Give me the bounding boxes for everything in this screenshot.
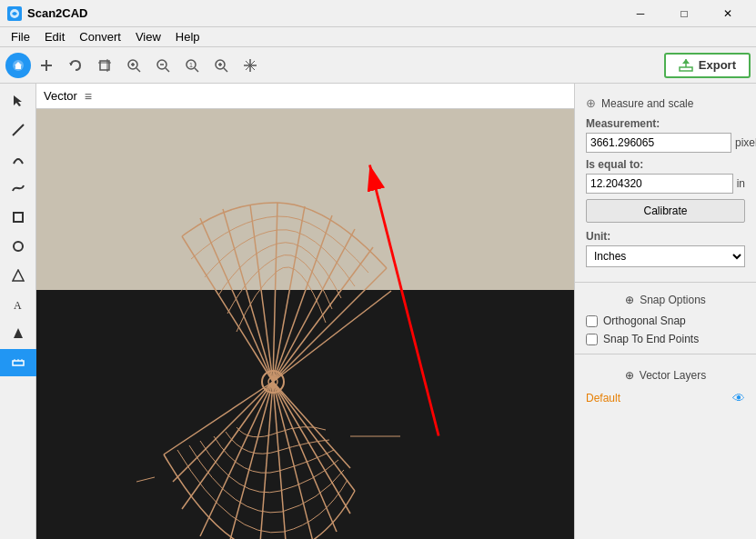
title-bar: Scan2CAD ─ □ ✕ [0,0,756,27]
line-tool[interactable] [5,116,32,144]
crop-button[interactable] [91,52,118,79]
fill-tool[interactable] [5,320,32,347]
menu-edit[interactable]: Edit [37,28,72,45]
spline-tool[interactable] [5,175,32,202]
svg-marker-35 [14,328,23,338]
svg-line-16 [195,68,198,72]
vector-layers-header[interactable]: ⊕ Vector Layers [575,364,756,387]
export-label: Export [699,58,736,72]
close-button[interactable]: ✕ [707,0,749,27]
measurement-unit: pixels [735,136,756,149]
menu-convert[interactable]: Convert [72,28,128,45]
svg-marker-29 [14,95,22,106]
minimize-button[interactable]: ─ [620,0,661,27]
text-tool[interactable]: A [5,291,32,318]
is-equal-input[interactable] [586,174,733,194]
app-icon [7,6,22,21]
snap-options-header[interactable]: ⊕ Snap Options [575,288,756,312]
svg-line-13 [166,68,169,72]
svg-rect-36 [13,361,24,365]
canvas-menu-icon[interactable]: ≡ [85,89,92,104]
zoom-out-button[interactable] [149,52,176,79]
orthogonal-snap-row: Orthogonal Snap [575,312,756,330]
default-row: Default 👁 [575,387,756,409]
snap-to-endpoints-label[interactable]: Snap To End Points [603,333,699,345]
sparkle-button[interactable] [237,52,264,79]
dimension-tool[interactable] [5,262,32,289]
rect-tool[interactable] [5,204,32,231]
unit-label: Unit: [586,230,745,243]
measure-icon: ⊕ [586,96,596,110]
svg-rect-26 [680,67,692,71]
menu-view[interactable]: View [128,28,168,45]
svg-point-32 [14,242,23,251]
eye-icon[interactable]: 👁 [732,391,745,405]
divider-1 [575,282,756,283]
app-title: Scan2CAD [27,6,87,20]
add-button[interactable] [33,52,60,79]
menu-file[interactable]: File [4,28,37,45]
snap-to-endpoints-checkbox[interactable] [586,334,598,345]
measurement-label: Measurement: [586,117,745,130]
zoom-in-button[interactable] [120,52,147,79]
calibrate-button[interactable]: Calibrate [586,199,745,223]
undo-button[interactable] [62,52,89,79]
canvas-area: Vector ≡ [36,84,574,539]
measurement-row: pixels [586,133,745,153]
snap-to-endpoints-row: Snap To End Points [575,330,756,348]
divider-2 [575,354,756,354]
canvas-label: Vector [44,89,77,103]
svg-rect-31 [14,213,23,222]
main-layout: A Vector ≡ [0,84,756,539]
svg-marker-4 [69,63,73,65]
svg-line-9 [136,68,140,72]
svg-text:1: 1 [189,62,193,68]
zoom-fit-button[interactable]: 1 [178,52,206,79]
orthogonal-snap-checkbox[interactable] [586,315,598,327]
measurement-input[interactable] [586,133,731,153]
svg-marker-33 [13,270,24,281]
canvas-toolbar: Vector ≡ [36,84,574,109]
svg-text:A: A [14,299,22,311]
canvas-content[interactable] [36,109,574,539]
snap-options-label: Snap Options [640,294,706,306]
select-tool[interactable] [5,87,32,115]
home-button[interactable] [5,53,31,78]
orthogonal-snap-label[interactable]: Orthogonal Snap [603,314,686,327]
is-equal-unit: in [737,177,745,190]
circle-tool[interactable] [5,233,32,260]
unit-select[interactable]: Inches Centimeters Millimeters Feet Mete… [586,245,745,267]
measure-tool[interactable] [0,349,36,376]
svg-marker-28 [682,59,690,64]
is-equal-row: in [586,174,745,194]
left-toolbar: A [0,84,36,539]
canvas-upper [36,109,574,290]
default-label: Default [586,392,620,404]
maximize-button[interactable]: □ [663,0,705,27]
measure-section: ⊕ Measure and scale Measurement: pixels … [575,91,756,276]
canvas-lower [36,290,574,539]
arc-tool[interactable] [5,145,32,173]
svg-line-30 [13,125,24,135]
window-controls: ─ □ ✕ [620,0,749,27]
right-panel: ⊕ Measure and scale Measurement: pixels … [574,84,756,539]
vector-layers-label: Vector Layers [640,369,706,382]
export-button[interactable]: Export [664,53,751,78]
svg-line-19 [224,68,227,72]
toolbar: 1 Export [0,47,756,84]
zoom-reset-button[interactable] [207,52,235,79]
menu-bar: File Edit Convert View Help [0,27,756,47]
menu-help[interactable]: Help [168,28,207,45]
vector-icon: ⊕ [625,369,634,382]
measure-header: Measure and scale [601,97,693,110]
snap-icon: ⊕ [625,294,634,306]
is-equal-label: Is equal to: [586,158,745,171]
